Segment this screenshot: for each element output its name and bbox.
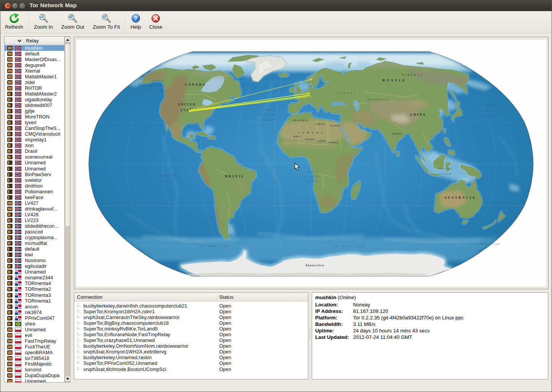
svg-text:RUSSIA: RUSSIA xyxy=(382,78,406,82)
svg-text:MALI: MALI xyxy=(293,135,301,138)
svg-text:SOUTHERN OCEAN: SOUTHERN OCEAN xyxy=(471,243,500,245)
svg-text:INDIA: INDIA xyxy=(392,132,403,135)
svg-text:SOUTHERN OCEAN: SOUTHERN OCEAN xyxy=(199,245,231,247)
svg-text:CHAD: CHAD xyxy=(318,140,326,142)
svg-text:SOUTH: SOUTH xyxy=(306,170,319,173)
svg-text:AUSTRALIA: AUSTRALIA xyxy=(444,196,476,199)
svg-text:OCEAN: OCEAN xyxy=(263,118,276,121)
svg-text:ALGERIA: ALGERIA xyxy=(293,119,309,121)
svg-text:EGYPT: EGYPT xyxy=(331,125,340,127)
svg-text:OCEAN: OCEAN xyxy=(151,90,164,93)
svg-text:OCEAN: OCEAN xyxy=(439,172,452,175)
svg-text:PACIFIC: PACIFIC xyxy=(150,84,166,87)
svg-text:SOUTH PACIFIC: SOUTH PACIFIC xyxy=(150,174,179,177)
svg-text:NIGER: NIGER xyxy=(305,138,315,141)
svg-text:E U R O P E: E U R O P E xyxy=(337,92,356,94)
svg-text:PACIFIC: PACIFIC xyxy=(484,110,499,112)
svg-text:ATLANTIC: ATLANTIC xyxy=(303,175,322,178)
svg-text:S A H A R A: S A H A R A xyxy=(298,131,324,134)
svg-text:SUDAN: SUDAN xyxy=(329,141,339,144)
svg-text:OCEAN: OCEAN xyxy=(159,179,171,182)
svg-text:NORTH: NORTH xyxy=(486,104,498,107)
svg-text:OCEAN: OCEAN xyxy=(486,115,498,117)
svg-text:OCEAN: OCEAN xyxy=(306,180,319,182)
svg-text:ATLANTIC: ATLANTIC xyxy=(259,113,278,117)
svg-text:INDIAN: INDIAN xyxy=(438,167,453,170)
svg-text:CANADA: CANADA xyxy=(185,83,206,86)
svg-text:SOUTHERN OCEAN: SOUTHERN OCEAN xyxy=(334,245,366,248)
svg-text:NORTH: NORTH xyxy=(151,79,164,82)
svg-text:LIBYA: LIBYA xyxy=(316,123,325,125)
svg-text:?: ? xyxy=(134,15,137,21)
svg-text:SIBERIA: SIBERIA xyxy=(402,73,424,76)
svg-text:BRAZIL: BRAZIL xyxy=(225,175,245,178)
svg-text:KAZAKHSTAN: KAZAKHSTAN xyxy=(368,99,389,100)
svg-text:Antarctica: Antarctica xyxy=(305,264,324,267)
svg-text:CHINA: CHINA xyxy=(410,113,426,117)
svg-text:UNITED: UNITED xyxy=(178,103,196,106)
svg-text:NORTH: NORTH xyxy=(262,109,276,112)
